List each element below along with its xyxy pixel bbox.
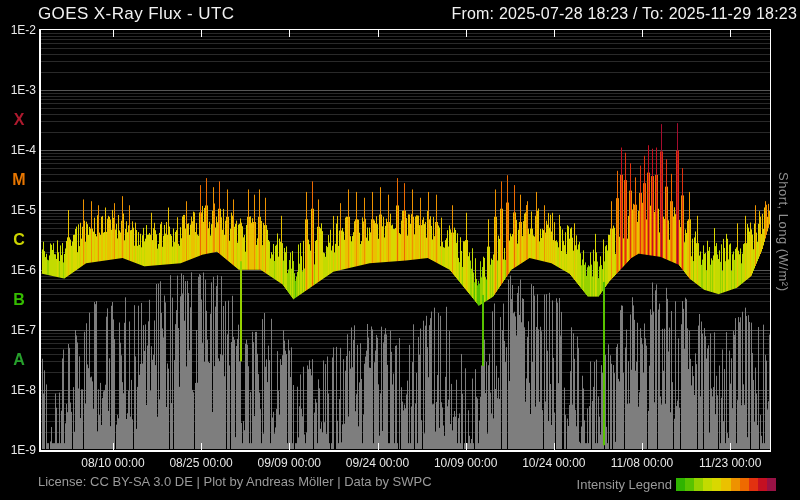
y-axis-tick-label: 1E-2	[0, 23, 36, 37]
class-label-x: X	[0, 111, 38, 129]
legend-color-swatch	[703, 478, 712, 491]
right-axis-label: Short, Long (W/m²)	[776, 172, 791, 352]
license-text: License: CC BY-SA 3.0 DE | Plot by Andre…	[38, 474, 432, 489]
y-axis-tick-label: 1E-5	[0, 203, 36, 217]
class-label-a: A	[0, 351, 38, 369]
legend-color-swatch	[721, 478, 730, 491]
y-axis-tick-label: 1E-7	[0, 323, 36, 337]
legend-color-swatch	[767, 478, 776, 491]
y-axis-tick-label: 1E-6	[0, 263, 36, 277]
y-axis-tick-label: 1E-9	[0, 443, 36, 457]
class-label-c: C	[0, 231, 38, 249]
legend-color-swatch	[758, 478, 767, 491]
legend-color-swatch	[731, 478, 740, 491]
class-label-m: M	[0, 171, 38, 189]
x-axis-tick-label: 09/09 00:00	[244, 456, 334, 470]
flux-chart-canvas	[0, 0, 800, 500]
legend-color-swatch	[676, 478, 685, 491]
goes-xray-flux-plot: GOES X-Ray Flux - UTC From: 2025-07-28 1…	[0, 0, 800, 500]
x-axis-tick-label: 11/23 00:00	[685, 456, 775, 470]
x-axis-tick-label: 10/09 00:00	[421, 456, 511, 470]
x-axis-tick-label: 09/24 00:00	[333, 456, 423, 470]
y-axis-tick-label: 1E-3	[0, 83, 36, 97]
x-axis-tick-label: 11/08 00:00	[597, 456, 687, 470]
legend-color-swatch	[712, 478, 721, 491]
y-axis-tick-label: 1E-8	[0, 383, 36, 397]
intensity-legend-bar	[676, 478, 776, 491]
date-range-label: From: 2025-07-28 18:23 / To: 2025-11-29 …	[451, 5, 797, 23]
legend-color-swatch	[740, 478, 749, 491]
x-axis-tick-label: 08/25 00:00	[156, 456, 246, 470]
class-label-b: B	[0, 291, 38, 309]
x-axis-tick-label: 08/10 00:00	[68, 456, 158, 470]
legend-color-swatch	[694, 478, 703, 491]
x-axis-tick-label: 10/24 00:00	[509, 456, 599, 470]
legend-color-swatch	[749, 478, 758, 491]
y-axis-tick-label: 1E-4	[0, 143, 36, 157]
page-title: GOES X-Ray Flux - UTC	[38, 4, 234, 24]
legend-color-swatch	[685, 478, 694, 491]
intensity-legend-label: Intensity Legend	[500, 477, 672, 492]
